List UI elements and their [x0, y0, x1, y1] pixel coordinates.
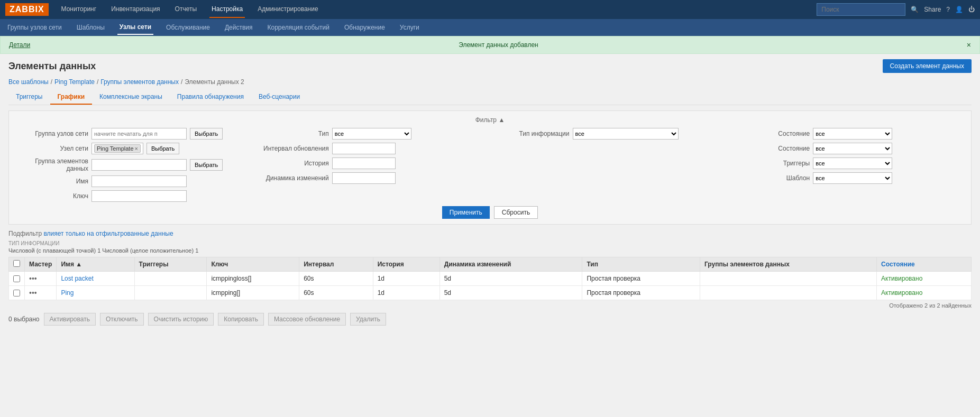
page-title: Элементы данных — [8, 61, 96, 72]
clear-history-button[interactable]: Очистить историю — [148, 313, 214, 326]
banner-details-link[interactable]: Детали — [9, 41, 30, 49]
row1-dots[interactable]: ••• — [29, 274, 37, 283]
row1-key-cell: icmppingloss[] — [207, 272, 299, 286]
row2-name-link[interactable]: Ping — [61, 289, 74, 296]
subnav-event-correlation[interactable]: Корреляция событий — [265, 21, 332, 34]
nav-reports[interactable]: Отчеты — [173, 1, 199, 18]
filter-group-select-btn[interactable]: Выбрать — [190, 128, 223, 140]
filter-col-2: Тип все Интервал обновления История Дина… — [255, 128, 485, 202]
filter-key-label: Ключ — [14, 192, 88, 200]
tab-triggers[interactable]: Триггеры — [8, 90, 50, 105]
filter-state2-field: Состояние все — [736, 143, 966, 154]
filter-col-4: Состояние все Состояние все Триггеры все — [736, 128, 966, 202]
share-link[interactable]: Share — [924, 6, 941, 13]
tab-graphs[interactable]: Графики — [50, 90, 93, 105]
nav-monitoring[interactable]: Мониторинг — [59, 1, 99, 18]
row1-checkbox[interactable] — [13, 275, 20, 282]
filter-history-label: История — [255, 160, 329, 167]
row1-groups-cell — [700, 272, 876, 286]
filter-type-field: Тип все — [255, 128, 485, 140]
table-row: ••• Lost packet icmppingloss[] 60s 1d 5d… — [9, 272, 972, 286]
filter-state1-label: Состояние — [736, 130, 810, 137]
th-key: Ключ — [207, 257, 299, 272]
search-input[interactable] — [817, 3, 905, 16]
filter-data-group-field: Группа элементов данных Выбрать — [14, 157, 244, 172]
mass-update-button[interactable]: Массовое обновление — [268, 313, 346, 326]
nav-inventory[interactable]: Инвентаризация — [109, 1, 162, 18]
filter-data-group-select-btn[interactable]: Выбрать — [190, 159, 223, 171]
top-nav-right: 🔍 Share ? 👤 ⏻ — [817, 3, 975, 16]
disable-button[interactable]: Отключить — [100, 313, 144, 326]
subnav-templates[interactable]: Шаблоны — [75, 21, 107, 34]
row1-changes-cell: 5d — [439, 272, 582, 286]
row2-check-cell — [9, 286, 25, 300]
row1-state-link[interactable]: Активировано — [881, 275, 922, 282]
tab-discovery-rules[interactable]: Правила обнаружения — [170, 90, 251, 105]
filter-toggle[interactable]: Фильтр ▲ — [475, 116, 505, 124]
filter-template-label: Шаблон — [736, 174, 810, 182]
filter-key-input[interactable] — [91, 190, 187, 202]
filter-actions: Применить Сбросить — [14, 206, 966, 219]
filter-history-field: История — [255, 157, 485, 169]
activate-button[interactable]: Активировать — [44, 313, 96, 326]
breadcrumb-ping-template[interactable]: Ping Template — [54, 78, 95, 86]
filter-apply-button[interactable]: Применить — [442, 206, 490, 219]
row2-state-link[interactable]: Активировано — [881, 289, 922, 296]
search-icon[interactable]: 🔍 — [911, 6, 919, 13]
filter-info-type-select[interactable]: все — [573, 128, 679, 140]
nav-admin[interactable]: Администрирование — [255, 1, 320, 18]
zabbix-logo[interactable]: ZABBIX — [5, 3, 49, 16]
breadcrumb-all-templates[interactable]: Все шаблоны — [8, 78, 49, 86]
filter-state1-select[interactable]: все — [813, 128, 892, 140]
filter-section: Фильтр ▲ Группа узлов сети Выбрать Узел … — [8, 110, 972, 225]
filter-type-select[interactable]: все — [332, 128, 411, 140]
breadcrumb-item-groups[interactable]: Группы элементов данных — [100, 78, 179, 86]
subnav-discovery[interactable]: Обнаружение — [342, 21, 387, 34]
filter-update-field: Интервал обновления — [255, 143, 485, 154]
filter-triggers-select[interactable]: все — [813, 157, 892, 169]
logout-icon[interactable]: ⏻ — [968, 6, 975, 13]
filter-changes-input[interactable] — [332, 172, 396, 184]
notification-banner: Детали Элемент данных добавлен × — [0, 36, 980, 54]
subnav-maintenance[interactable]: Обслуживание — [164, 21, 212, 34]
subnav-host-groups[interactable]: Группы узлов сети — [5, 21, 64, 34]
create-item-button[interactable]: Создать элемент данных — [883, 59, 972, 73]
selected-count: 0 выбрано — [8, 316, 40, 323]
subnav-services[interactable]: Услуги — [398, 21, 422, 34]
row2-dots[interactable]: ••• — [29, 289, 37, 297]
filter-host-label: Узел сети — [14, 145, 88, 152]
tab-screens[interactable]: Комплексные экраны — [92, 90, 170, 105]
filter-header: Фильтр ▲ — [14, 116, 966, 124]
row1-name-link[interactable]: Lost packet — [61, 275, 93, 282]
filter-host-tag-remove[interactable]: × — [135, 145, 138, 152]
filter-name-input[interactable] — [91, 175, 187, 187]
th-name[interactable]: Имя ▲ — [57, 257, 134, 272]
copy-button[interactable]: Копировать — [218, 313, 264, 326]
filter-name-field: Имя — [14, 175, 244, 187]
nav-settings[interactable]: Настройка — [209, 1, 245, 18]
subnav-hosts[interactable]: Узлы сети — [117, 20, 153, 35]
filter-update-input[interactable] — [332, 143, 396, 154]
row1-master-cell: ••• — [25, 272, 57, 286]
delete-button[interactable]: Удалить — [350, 313, 386, 326]
filter-data-group-input[interactable] — [91, 159, 187, 171]
help-icon[interactable]: ? — [946, 6, 950, 13]
filter-group-input[interactable] — [91, 128, 187, 140]
filter-history-input[interactable] — [332, 157, 396, 169]
select-all-checkbox[interactable] — [13, 260, 20, 267]
subnav-actions[interactable]: Действия — [223, 21, 255, 34]
filter-template-select[interactable]: все — [813, 172, 892, 184]
banner-close-button[interactable]: × — [967, 41, 971, 49]
filter-host-select-btn[interactable]: Выбрать — [146, 143, 179, 154]
filter-state2-label: Состояние — [736, 145, 810, 152]
row2-history-cell: 1d — [373, 286, 439, 300]
filter-body: Группа узлов сети Выбрать Узел сети Ping… — [14, 128, 966, 202]
user-icon[interactable]: 👤 — [955, 6, 963, 13]
filter-state2-select[interactable]: все — [813, 143, 892, 154]
top-navigation: ZABBIX Мониторинг Инвентаризация Отчеты … — [0, 0, 980, 19]
filter-reset-button[interactable]: Сбросить — [494, 206, 538, 219]
subfilter-link[interactable]: влияет только на отфильтрованные данные — [43, 230, 173, 237]
tab-web-scenarios[interactable]: Веб-сценарии — [251, 90, 307, 105]
row2-checkbox[interactable] — [13, 290, 20, 296]
row1-name-cell: Lost packet — [57, 272, 134, 286]
